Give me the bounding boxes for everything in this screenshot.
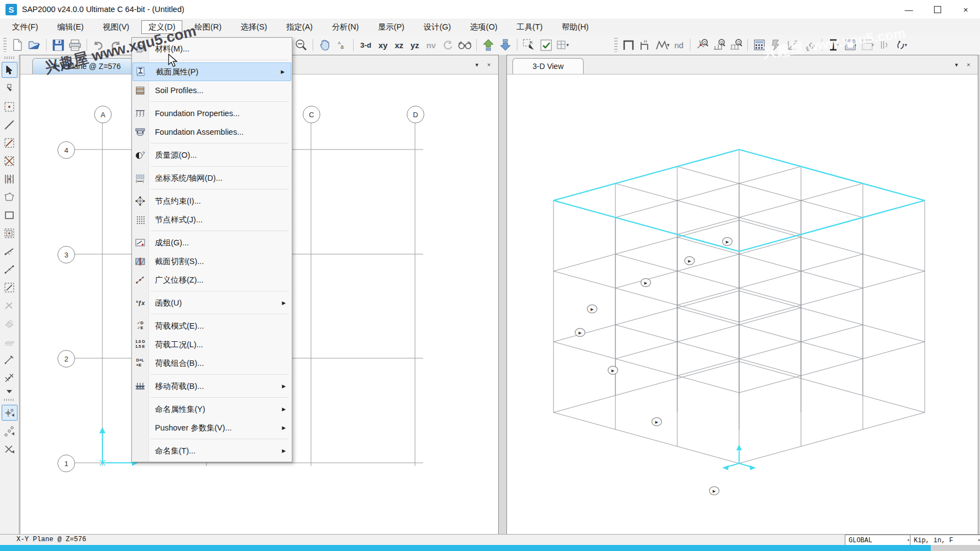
menu-item-load-cases[interactable]: 1.0 D 1.5 E 荷载工况(L)... [132,335,292,354]
reshape-object-tool[interactable] [2,81,17,96]
draw-rect-area-tool[interactable] [2,208,17,222]
previous-view-icon[interactable] [441,38,455,52]
perspective-glasses-icon[interactable] [458,38,472,52]
menu-assign[interactable]: 指定(A) [279,20,320,34]
draw-portal-frame-icon[interactable] [621,38,636,52]
move-up-in-list-icon[interactable] [481,38,495,52]
units-combo[interactable]: Kip, in, F ▾ [910,535,980,546]
view-xy-button[interactable]: xy [376,39,390,51]
get-previous-selection-icon[interactable]: K [522,38,536,52]
menu-item-foundation-assemblies[interactable]: Foundation Assemblies... [132,123,292,141]
move-down-in-list-icon[interactable] [498,38,512,52]
menu-item-joint-patterns[interactable]: 节点样式(J)... [132,210,292,229]
menu-display[interactable]: 显示(P) [371,20,411,34]
menu-item-moving-loads[interactable]: 移动荷载(B)... ▶ [132,377,292,395]
maximize-button[interactable] [923,0,952,19]
draw-poly-area-tool[interactable] [2,190,17,204]
three-d-view-canvas[interactable]: ▶ ▶ ▶ ▶ ▶ ▶ ▶ ▶ 兴趣屋 www.xqu5.com [507,74,978,534]
quick-draw-link-tool[interactable] [2,280,17,295]
three-d-view-menu-arrow-icon[interactable]: ▾ [952,60,961,69]
close-button[interactable]: × [952,0,980,19]
side-toolbar-drag-handle[interactable] [4,56,14,59]
menu-item-load-patterns[interactable]: ✓D ✓E 荷载模式(E)... [132,317,292,335]
toolbar-drag-handle-2[interactable] [614,38,618,52]
draw-one-joint-link-tool[interactable] [2,244,17,259]
menu-item-foundation-properties[interactable]: Foundation Properties... [132,104,292,123]
snap-to-joints-tool[interactable] [2,405,18,421]
plan-view-close-icon[interactable]: × [484,60,494,69]
quick-draw-braces-tool[interactable] [2,153,17,168]
undo-icon[interactable] [91,38,106,52]
print-icon[interactable] [68,38,82,52]
set-display-options-icon[interactable] [539,38,553,52]
view-3d-button[interactable]: 3-d [358,39,373,51]
object-display-dropdown-icon[interactable]: ▾ [556,38,570,52]
save-icon[interactable] [51,38,65,52]
end-offsets-icon[interactable] [878,38,892,52]
snap-to-intersections-tool[interactable] [2,442,17,457]
menu-design[interactable]: 设计(G) [417,20,458,34]
tab-3d-view[interactable]: 3-D View [512,58,584,74]
menu-file[interactable]: 文件(F) [5,20,45,34]
draw-reference-lines-tool[interactable] [2,334,17,349]
draw-frame-tool[interactable] [2,117,17,132]
menu-analyze[interactable]: 分析(N) [325,20,366,34]
menu-tools[interactable]: 工具(T) [510,20,550,34]
zoom-out-icon[interactable] [294,38,308,52]
nd-toolbar-label[interactable]: nd [672,38,685,51]
menu-item-coordinate-systems[interactable]: (••••) 坐标系统/轴网(D)... [132,169,292,187]
tab-xy-plane[interactable]: X-Y Plane @ Z=576 [32,58,141,74]
quick-draw-frame-tool[interactable] [2,135,17,150]
eraser-icon[interactable] [803,38,817,52]
three-d-view-close-icon[interactable]: × [964,60,973,69]
new-model-icon[interactable] [10,38,25,52]
wall-section-combo-icon[interactable]: ▾ [861,38,875,52]
menu-define[interactable]: 定义(D) [141,20,182,34]
plan-view-menu-arrow-icon[interactable]: ▾ [472,60,482,69]
menu-view[interactable]: 视图(V) [96,20,136,34]
snap-midpoints-icon[interactable]: Q [712,38,726,52]
snap-intersections-icon[interactable]: Q [729,38,743,52]
view-xz-button[interactable]: xz [393,39,406,51]
toolbar-drag-handle[interactable] [3,38,7,52]
menu-options[interactable]: 选项(O) [463,20,505,34]
menu-select[interactable]: 选择(S) [233,20,274,34]
view-yz-button[interactable]: yz [408,39,422,51]
draw-two-joint-link-tool[interactable] [2,262,17,277]
draw-joint-tool[interactable] [2,99,17,114]
coordinate-system-combo[interactable]: GLOBAL ▾ [845,535,913,546]
menu-item-pushover-parameter-sets[interactable]: Pushover 参数集(V)... ▶ [132,418,292,437]
menu-item-groups[interactable]: 成组(G)... [132,233,292,252]
menu-item-soil-profiles[interactable]: Soil Profiles... [132,81,292,100]
more-tools-dropdown[interactable] [2,388,17,395]
menu-item-named-property-sets[interactable]: 命名属性集(Y) ▶ [132,400,292,418]
area-section-combo-icon[interactable]: ▾ [844,38,858,52]
menu-item-load-combinations[interactable]: D+L +E 荷载组合(B)... [132,354,292,372]
menu-item-functions[interactable]: °ƒx 函数(U) ▶ [132,294,292,312]
menu-item-named-sets[interactable]: 命名集(T)... ▶ [132,441,292,460]
pan-hand-icon[interactable] [318,38,332,52]
quick-draw-secondary-beams-tool[interactable] [2,171,17,186]
menu-item-mass-source[interactable]: ? 质量源(O)... [132,146,292,164]
object-shrink-icon[interactable]: Aa [335,38,349,52]
menu-item-generalized-displacements[interactable]: 广义位移(Z)... [132,271,292,289]
menu-item-section-cuts[interactable]: 截面切割(S)... [132,252,292,271]
menu-item-materials[interactable]: 材料(M)... [132,39,292,58]
draw-moment-frame-icon[interactable]: ▾ [655,38,670,52]
draw-beam-icon[interactable]: H [638,38,653,52]
menu-draw[interactable]: 绘图(R) [187,20,228,34]
menu-item-joint-constraints[interactable]: 节点约束(I)... [132,192,292,210]
interactive-database-icon[interactable] [752,38,766,52]
quick-draw-area-tool[interactable] [2,226,17,240]
divide-frames-tool[interactable] [2,370,17,385]
end-releases-combo-icon[interactable]: ▾ [895,38,909,52]
frame-section-combo-icon[interactable]: ▾ [827,38,841,52]
minimize-button[interactable]: — [895,0,923,19]
view-nv-button[interactable]: nv [424,39,439,51]
draw-grids-tool[interactable] [2,352,17,367]
menu-item-section-properties[interactable]: 截面属性(P) ▶ [132,62,291,81]
draw-solid-tool[interactable] [2,316,17,331]
redo-icon[interactable] [108,38,123,52]
section-designer-icon[interactable]: G [786,38,800,52]
select-pointer-tool[interactable] [2,62,18,78]
